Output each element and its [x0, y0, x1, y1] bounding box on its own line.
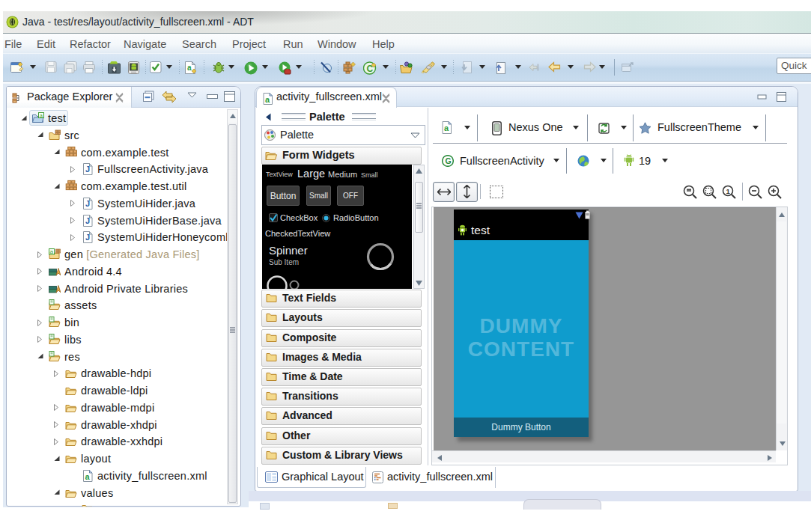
svg-text:1: 1	[726, 187, 731, 195]
svg-text:a: a	[187, 64, 192, 72]
svg-text:a: a	[265, 95, 270, 104]
svg-text:a: a	[40, 113, 43, 118]
svg-text:a: a	[444, 123, 449, 132]
svg-text:J: J	[85, 165, 90, 174]
svg-text:J: J	[85, 199, 90, 208]
svg-text:G: G	[446, 156, 452, 165]
svg-text:J: J	[85, 233, 90, 242]
svg-text:a: a	[50, 248, 54, 255]
svg-text:J: J	[85, 216, 90, 225]
svg-text:a: a	[85, 471, 91, 480]
